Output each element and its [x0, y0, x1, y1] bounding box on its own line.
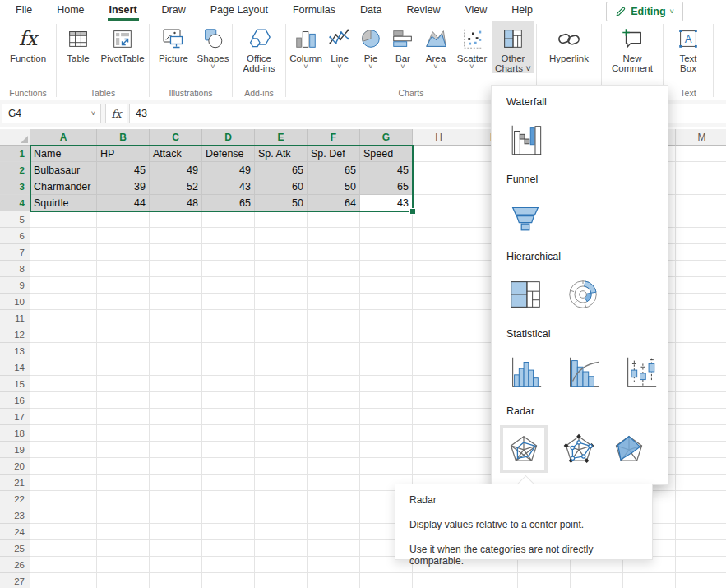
cell-H14[interactable]	[413, 359, 465, 376]
cell-A1[interactable]: Name	[30, 146, 97, 162]
cell-A15[interactable]	[30, 376, 97, 392]
cell-C11[interactable]	[150, 310, 202, 326]
tab-view[interactable]: View	[452, 0, 499, 21]
cell-A24[interactable]	[30, 524, 97, 540]
fill-handle[interactable]	[409, 208, 416, 215]
cell-F4[interactable]: 64	[308, 195, 360, 211]
cell-M23[interactable]	[676, 507, 726, 524]
row-header-25[interactable]: 25	[0, 540, 30, 557]
cell-C2[interactable]: 49	[150, 162, 202, 178]
cell-A16[interactable]	[30, 392, 97, 409]
cell-F21[interactable]	[308, 475, 360, 491]
editing-mode-button[interactable]: Editing ˅	[606, 2, 683, 21]
cell-E8[interactable]	[255, 261, 308, 277]
cell-H13[interactable]	[413, 343, 465, 359]
column-header-F[interactable]: F	[308, 129, 360, 146]
new-comment-button[interactable]: New Comment	[603, 21, 661, 73]
cell-D1[interactable]: Defense	[202, 146, 255, 162]
cell-J27[interactable]	[518, 573, 571, 588]
cell-M4[interactable]	[676, 195, 726, 211]
cell-A11[interactable]	[30, 310, 97, 326]
cell-A4[interactable]: Squirtle	[30, 195, 97, 211]
cell-G18[interactable]	[360, 425, 413, 442]
cell-B5[interactable]	[97, 211, 150, 228]
cell-F19[interactable]	[308, 442, 360, 458]
cell-H17[interactable]	[413, 409, 465, 425]
cell-F8[interactable]	[308, 261, 360, 277]
area-chart-button[interactable]: Area ˅	[419, 21, 452, 72]
treemap-chart-icon[interactable]	[506, 275, 544, 313]
pivottable-button[interactable]: PivotTable	[98, 21, 147, 63]
cell-A20[interactable]	[30, 458, 97, 475]
cell-A8[interactable]	[30, 261, 97, 277]
row-header-16[interactable]: 16	[0, 392, 30, 409]
cell-F5[interactable]	[308, 211, 360, 228]
cell-C12[interactable]	[150, 326, 202, 343]
insert-function-button[interactable]: fx	[105, 104, 127, 123]
cell-F7[interactable]	[308, 244, 360, 261]
cell-C22[interactable]	[150, 491, 202, 507]
tab-insert[interactable]: Insert	[97, 0, 150, 21]
cell-A2[interactable]: Bulbasaur	[30, 162, 97, 178]
column-header-A[interactable]: A	[30, 129, 97, 146]
row-header-20[interactable]: 20	[0, 458, 30, 475]
cell-A13[interactable]	[30, 343, 97, 359]
cell-H8[interactable]	[413, 261, 465, 277]
row-header-4[interactable]: 4	[0, 195, 30, 211]
cell-E16[interactable]	[255, 392, 308, 409]
cell-M13[interactable]	[676, 343, 726, 359]
cell-B25[interactable]	[97, 540, 150, 557]
cell-F17[interactable]	[308, 409, 360, 425]
cell-F26[interactable]	[308, 557, 360, 573]
cell-C17[interactable]	[150, 409, 202, 425]
cell-M19[interactable]	[676, 442, 726, 458]
cell-C26[interactable]	[150, 557, 202, 573]
cell-B21[interactable]	[97, 475, 150, 491]
cell-D13[interactable]	[202, 343, 255, 359]
cell-B23[interactable]	[97, 507, 150, 524]
cell-C21[interactable]	[150, 475, 202, 491]
cell-C10[interactable]	[150, 294, 202, 310]
cell-B3[interactable]: 39	[97, 178, 150, 195]
cell-F13[interactable]	[308, 343, 360, 359]
cell-H5[interactable]	[413, 211, 465, 228]
cell-E25[interactable]	[255, 540, 308, 557]
cell-D9[interactable]	[202, 277, 255, 294]
cell-F24[interactable]	[308, 524, 360, 540]
row-header-18[interactable]: 18	[0, 425, 30, 442]
cell-A14[interactable]	[30, 359, 97, 376]
cell-B18[interactable]	[97, 425, 150, 442]
row-header-10[interactable]: 10	[0, 294, 30, 310]
cell-A19[interactable]	[30, 442, 97, 458]
cell-C23[interactable]	[150, 507, 202, 524]
cell-C6[interactable]	[150, 228, 202, 244]
cell-E26[interactable]	[255, 557, 308, 573]
row-header-24[interactable]: 24	[0, 524, 30, 540]
cell-B26[interactable]	[97, 557, 150, 573]
cell-D18[interactable]	[202, 425, 255, 442]
cell-A27[interactable]	[30, 573, 97, 588]
cell-B27[interactable]	[97, 573, 150, 588]
column-header-G[interactable]: G	[360, 129, 413, 146]
cell-G10[interactable]	[360, 294, 413, 310]
cell-E12[interactable]	[255, 326, 308, 343]
row-header-26[interactable]: 26	[0, 557, 30, 573]
picture-button[interactable]: Picture	[151, 21, 196, 63]
cell-A26[interactable]	[30, 557, 97, 573]
function-button[interactable]: fx Function	[2, 21, 54, 63]
cell-H15[interactable]	[413, 376, 465, 392]
cell-A22[interactable]	[30, 491, 97, 507]
row-header-5[interactable]: 5	[0, 211, 30, 228]
cell-G17[interactable]	[360, 409, 413, 425]
bar-chart-button[interactable]: Bar ˅	[386, 21, 419, 72]
cell-H9[interactable]	[413, 277, 465, 294]
cell-H27[interactable]	[413, 573, 465, 588]
tab-data[interactable]: Data	[348, 0, 394, 21]
cell-F12[interactable]	[308, 326, 360, 343]
cell-B4[interactable]: 44	[97, 195, 150, 211]
cell-G7[interactable]	[360, 244, 413, 261]
column-header-C[interactable]: C	[150, 129, 202, 146]
cell-A17[interactable]	[30, 409, 97, 425]
cell-A5[interactable]	[30, 211, 97, 228]
cell-D15[interactable]	[202, 376, 255, 392]
